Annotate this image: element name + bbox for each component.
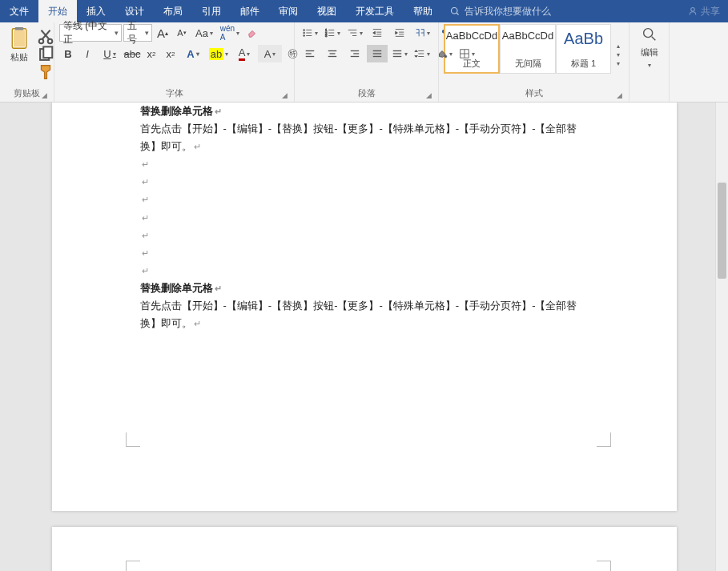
svg-point-14 xyxy=(304,32,305,34)
change-case-button[interactable]: Aa xyxy=(192,24,216,42)
tab-developer[interactable]: 开发工具 xyxy=(346,0,404,22)
font-name-combo[interactable]: 等线 (中文正 xyxy=(59,24,122,42)
align-center-button[interactable] xyxy=(322,45,343,62)
phonetic-guide-button[interactable]: wénA xyxy=(218,24,242,42)
tab-help[interactable]: 帮助 xyxy=(404,0,442,22)
group-label-font: 字体◢ xyxy=(59,86,289,102)
align-right-button[interactable] xyxy=(344,45,365,62)
increase-indent-button[interactable] xyxy=(389,24,410,42)
svg-rect-11 xyxy=(43,46,52,58)
align-distributed-button[interactable] xyxy=(389,45,410,62)
clear-formatting-button[interactable] xyxy=(243,24,261,42)
font-dialog-launcher[interactable]: ◢ xyxy=(282,91,288,99)
page-1[interactable]: 替换删除单元格 首先点击【开始】-【编辑】-【替换】按钮-【更多】-【特殊单元格… xyxy=(52,103,677,511)
style-heading-1[interactable]: AaBb 标题 1 xyxy=(556,24,611,74)
shading-button[interactable] xyxy=(434,45,455,62)
multilevel-icon xyxy=(347,27,358,38)
italic-button[interactable]: I xyxy=(78,45,96,62)
format-painter-button[interactable] xyxy=(37,64,54,80)
underline-button[interactable]: U xyxy=(98,45,122,62)
editing-button[interactable]: 编辑 ▾ xyxy=(636,24,663,70)
align-left-icon xyxy=(304,48,316,59)
copy-button[interactable] xyxy=(37,46,54,62)
group-paragraph: 123 ¶ A↓Z xyxy=(295,22,439,102)
svg-point-6 xyxy=(39,39,44,44)
cut-button[interactable] xyxy=(37,29,54,45)
svg-rect-5 xyxy=(14,30,25,47)
tab-mail[interactable]: 邮件 xyxy=(231,0,269,22)
tab-layout[interactable]: 布局 xyxy=(154,0,192,22)
text-effects-button[interactable]: A xyxy=(181,45,205,62)
subscript-button[interactable]: x2 xyxy=(143,45,160,62)
svg-point-16 xyxy=(304,35,305,37)
indent-icon xyxy=(394,27,405,38)
page-margin-corner xyxy=(126,432,140,447)
multilevel-list-button[interactable] xyxy=(344,24,365,42)
svg-line-58 xyxy=(651,37,655,41)
svg-point-7 xyxy=(48,39,53,44)
tab-file[interactable]: 文件 xyxy=(0,0,38,22)
scrollbar-thumb[interactable] xyxy=(718,183,726,279)
tab-view[interactable]: 视图 xyxy=(308,0,346,22)
svg-text:3: 3 xyxy=(325,34,328,38)
asian-layout-icon xyxy=(414,27,425,38)
paragraph-dialog-launcher[interactable]: ◢ xyxy=(426,91,432,99)
borders-icon xyxy=(459,48,470,59)
group-clipboard: 粘贴 剪贴板◢ xyxy=(0,22,54,102)
align-justify-button[interactable] xyxy=(367,45,388,62)
title-bar: 文件 开始 插入 设计 布局 引用 邮件 审阅 视图 开发工具 帮助 告诉我你想… xyxy=(0,0,728,22)
vertical-scrollbar[interactable] xyxy=(715,103,728,571)
superscript-button[interactable]: x2 xyxy=(162,45,179,62)
share-button[interactable]: 共享 xyxy=(688,5,720,18)
styles-gallery-scroll[interactable]: ▴▾▾ xyxy=(613,24,624,86)
numbering-button[interactable]: 123 xyxy=(322,24,343,42)
svg-point-53 xyxy=(444,55,447,58)
borders-button[interactable] xyxy=(457,45,477,62)
tell-me-search[interactable]: 告诉我你想要做什么 xyxy=(450,5,551,18)
ribbon: 粘贴 剪贴板◢ 等线 (中文正 五号 A▴ A▾ Aa wénA xyxy=(0,22,728,103)
paste-button[interactable]: 粘贴 xyxy=(5,24,34,65)
bold-button[interactable]: B xyxy=(59,45,77,62)
decrease-indent-button[interactable] xyxy=(367,24,388,42)
style-no-spacing[interactable]: AaBbCcDd 无间隔 xyxy=(500,24,556,74)
svg-point-57 xyxy=(643,29,652,38)
align-right-icon xyxy=(349,48,360,59)
paint-bucket-icon xyxy=(436,48,448,59)
styles-dialog-launcher[interactable]: ◢ xyxy=(617,91,622,99)
clipboard-dialog-launcher[interactable]: ◢ xyxy=(42,91,47,99)
numbering-icon: 123 xyxy=(324,27,336,38)
group-label-paragraph: 段落◢ xyxy=(300,86,433,102)
shrink-font-button[interactable]: A▾ xyxy=(173,24,191,42)
share-icon xyxy=(688,6,698,16)
line-spacing-icon xyxy=(414,48,425,59)
doc-heading-1: 替换删除单元格 xyxy=(140,103,597,120)
brush-icon xyxy=(37,63,54,81)
bullets-button[interactable] xyxy=(300,24,320,42)
page-margin-corner xyxy=(126,561,140,571)
character-shading-button[interactable]: A xyxy=(258,45,282,62)
eraser-icon xyxy=(247,27,258,38)
grow-font-button[interactable]: A▴ xyxy=(154,24,171,42)
font-color-button[interactable]: A xyxy=(232,45,256,62)
highlight-button[interactable]: ab xyxy=(207,45,231,62)
svg-line-9 xyxy=(42,30,50,39)
distributed-icon xyxy=(392,48,403,59)
group-font: 等线 (中文正 五号 A▴ A▾ Aa wénA B I U abc x2 x2… xyxy=(54,22,295,102)
strikethrough-button[interactable]: abc xyxy=(123,45,141,62)
asian-layout-button[interactable] xyxy=(412,24,432,42)
outdent-icon xyxy=(372,27,383,38)
tab-references[interactable]: 引用 xyxy=(192,0,231,22)
copy-icon xyxy=(37,46,54,63)
page-margin-corner xyxy=(597,432,611,447)
page-margin-corner xyxy=(597,561,611,571)
font-size-combo[interactable]: 五号 xyxy=(123,24,152,42)
document-canvas: 替换删除单元格 首先点击【开始】-【编辑】-【替换】按钮-【更多】-【特殊单元格… xyxy=(0,103,728,571)
page-2[interactable] xyxy=(52,527,677,571)
tab-review[interactable]: 审阅 xyxy=(269,0,308,22)
align-left-button[interactable] xyxy=(300,45,320,62)
svg-line-8 xyxy=(42,30,50,39)
svg-line-1 xyxy=(457,13,458,14)
line-spacing-button[interactable] xyxy=(412,45,432,62)
paste-icon xyxy=(8,26,30,51)
search-icon xyxy=(450,6,460,16)
